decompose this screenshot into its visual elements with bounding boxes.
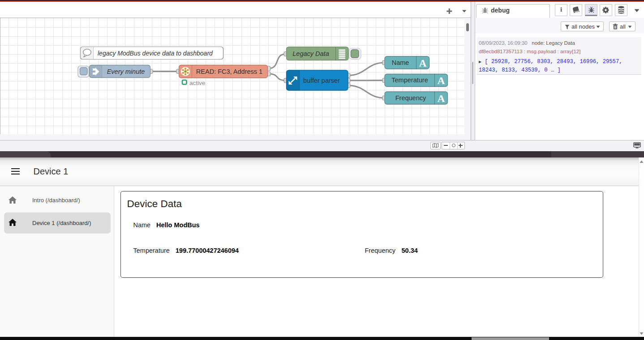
svg-text:Name: Name [392,59,409,66]
svg-text:READ: FC3, Address 1: READ: FC3, Address 1 [196,68,262,75]
svg-text:active: active [189,80,205,86]
svg-text:A: A [438,93,445,104]
svg-text:A: A [419,57,427,69]
svg-text:Frequency: Frequency [395,94,426,102]
svg-text:buffer parser: buffer parser [303,77,340,84]
svg-text:Legacy Data: Legacy Data [292,50,329,57]
svg-text:Temperature: Temperature [391,76,428,84]
svg-text:Every minute: Every minute [107,68,145,75]
svg-text:legacy ModBus device data to d: legacy ModBus device data to dashboard [98,50,213,57]
svg-text:A: A [438,75,445,86]
